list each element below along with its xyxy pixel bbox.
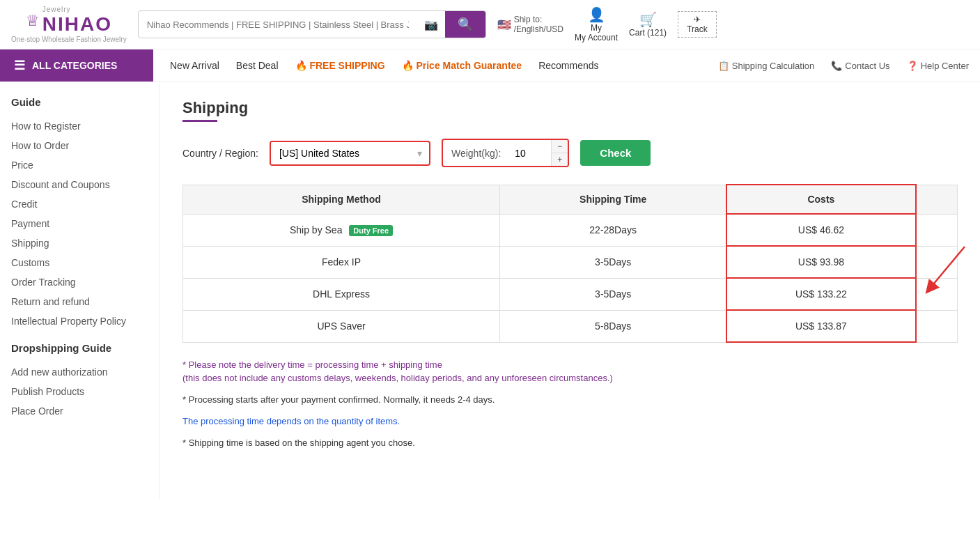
cart-label: Cart (629, 28, 645, 38)
method-ups: UPS Saver (183, 310, 500, 342)
track-icon: ✈ (694, 15, 701, 24)
sidebar: Guide How to Register How to Order Price… (0, 82, 160, 500)
logo-area: ♕ Jewelry NIHAO One-stop Wholesale Fashi… (11, 6, 127, 43)
nav-recommends[interactable]: Recommends (538, 60, 598, 71)
nav-right-links: 📋 Shipping Calculation 📞 Contact Us ❓ He… (718, 61, 980, 71)
shipping-form: Country / Region: [US] United States ▾ W… (182, 139, 958, 167)
nav-new-arrival[interactable]: New Arrival (170, 60, 219, 71)
guide-section-title: Guide (11, 96, 148, 108)
camera-search-button[interactable]: 📷 (417, 14, 445, 36)
nav-best-deal[interactable]: Best Deal (236, 60, 279, 71)
logo-icon: ♕ (26, 12, 40, 30)
sidebar-item-place-order[interactable]: Place Order (11, 401, 148, 421)
logo-tagline: One-stop Wholesale Fashion Jewelry (11, 36, 127, 43)
extra-dhl (916, 278, 958, 310)
th-shipping-time: Shipping Time (500, 185, 727, 214)
account-my-label: My (591, 23, 602, 33)
sidebar-item-ip-policy[interactable]: Intellectual Property Policy (11, 311, 148, 331)
sidebar-item-add-auth[interactable]: Add new authorization (11, 362, 148, 382)
nav-shipping-calc[interactable]: 📋 Shipping Calculation (718, 61, 815, 71)
sidebar-item-publish-products[interactable]: Publish Products (11, 382, 148, 401)
account-icon: 👤 (588, 6, 605, 23)
table-wrapper: Shipping Method Shipping Time Costs Ship… (182, 184, 958, 343)
sidebar-item-price[interactable]: Price (11, 155, 148, 175)
track-box[interactable]: ✈ Track (678, 11, 717, 38)
help-icon: ❓ (907, 61, 918, 71)
main-layout: Guide How to Register How to Order Price… (0, 82, 980, 500)
shipping-note-section: * Shipping time is based on the shipping… (182, 438, 958, 448)
table-row: UPS Saver 5-8Days US$ 133.87 (183, 310, 958, 342)
header: ♕ Jewelry NIHAO One-stop Wholesale Fashi… (0, 0, 980, 49)
account-action[interactable]: 👤 My My Account (575, 6, 618, 42)
ship-to: 🇺🇸 Ship to: /English/USD (497, 15, 563, 34)
weight-decrease-btn[interactable]: − (552, 140, 568, 153)
content-area: Shipping Country / Region: [US] United S… (160, 82, 980, 500)
method-fedex: Fedex IP (183, 246, 500, 278)
th-costs: Costs (726, 185, 915, 214)
all-categories-label: ALL CATEGORIES (32, 60, 117, 71)
brand-name: NIHAO (42, 13, 112, 36)
weight-increase-btn[interactable]: + (552, 153, 568, 166)
shipping-note: * Shipping time is based on the shipping… (182, 438, 958, 448)
title-underline (182, 120, 217, 122)
shipping-table: Shipping Method Shipping Time Costs Ship… (182, 184, 958, 343)
cart-count: (121) (647, 28, 667, 38)
table-row: Ship by Sea Duty Free 22-28Days US$ 46.6… (183, 214, 958, 246)
table-row: Fedex IP 3-5Days US$ 93.98 (183, 246, 958, 278)
cost-ups: US$ 133.87 (726, 310, 915, 342)
ship-to-locale: /English/USD (514, 24, 563, 34)
processing-note-1: * Processing starts after your payment c… (182, 394, 958, 405)
flag-icon: 🇺🇸 (497, 18, 511, 31)
nav-links: New Arrival Best Deal 🔥 FREE SHIPPING 🔥 … (153, 60, 616, 71)
sidebar-item-payment[interactable]: Payment (11, 214, 148, 233)
sidebar-item-order-tracking[interactable]: Order Tracking (11, 272, 148, 292)
method-sea: Ship by Sea Duty Free (183, 214, 500, 246)
account-label: My Account (575, 33, 618, 42)
sidebar-item-how-to-register[interactable]: How to Register (11, 116, 148, 136)
cart-icon: 🛒 (639, 12, 657, 27)
extra-fedex (916, 246, 958, 278)
th-empty (916, 185, 958, 214)
cart-action[interactable]: 🛒 Cart (121) (629, 11, 667, 38)
country-select[interactable]: [US] United States (271, 142, 410, 164)
search-button[interactable]: 🔍 (445, 11, 485, 38)
processing-note-2: The processing time depends on the quant… (182, 416, 958, 426)
weight-label: Weight(kg): (443, 142, 509, 164)
weight-controls: − + (551, 140, 568, 166)
nav-price-match[interactable]: 🔥 Price Match Guarantee (402, 60, 522, 71)
duty-free-badge: Duty Free (349, 225, 393, 236)
cost-dhl: US$ 133.22 (726, 278, 915, 310)
table-row: DHL Express 3-5Days US$ 133.22 (183, 278, 958, 310)
time-ups: 5-8Days (500, 310, 727, 342)
sidebar-item-discount[interactable]: Discount and Coupons (11, 175, 148, 194)
nav-free-shipping[interactable]: 🔥 FREE SHIPPING (295, 60, 385, 71)
jewelry-text: Jewelry (42, 6, 112, 13)
extra-sea (916, 214, 958, 246)
delivery-note-1: * Please note the delivery time = proces… (182, 359, 958, 370)
extra-ups (916, 310, 958, 342)
nav-contact-us[interactable]: 📞 Contact Us (831, 61, 889, 71)
weight-input[interactable] (509, 142, 551, 164)
sidebar-item-shipping[interactable]: Shipping (11, 233, 148, 253)
method-dhl: DHL Express (183, 278, 500, 310)
time-fedex: 3-5Days (500, 246, 727, 278)
page-title: Shipping (182, 99, 958, 117)
track-label: Track (687, 24, 708, 34)
sidebar-item-how-to-order[interactable]: How to Order (11, 136, 148, 155)
search-input[interactable] (139, 14, 417, 36)
sidebar-item-return-refund[interactable]: Return and refund (11, 292, 148, 311)
weight-wrapper: Weight(kg): − + (442, 139, 569, 167)
ship-to-label: Ship to: (514, 15, 563, 24)
sidebar-item-customs[interactable]: Customs (11, 253, 148, 272)
all-categories-btn[interactable]: ☰ ALL CATEGORIES (0, 49, 153, 82)
nav-help-center[interactable]: ❓ Help Center (907, 61, 969, 71)
sidebar-item-credit[interactable]: Credit (11, 194, 148, 214)
shipping-calc-icon: 📋 (718, 61, 729, 71)
delivery-note-section: * Please note the delivery time = proces… (182, 359, 958, 383)
select-arrow-icon: ▾ (410, 142, 429, 164)
search-bar: 📷 🔍 (138, 10, 486, 38)
check-button[interactable]: Check (580, 140, 651, 166)
th-shipping-method: Shipping Method (183, 185, 500, 214)
dropshipping-section-title: Dropshipping Guide (11, 342, 148, 354)
cost-fedex: US$ 93.98 (726, 246, 915, 278)
